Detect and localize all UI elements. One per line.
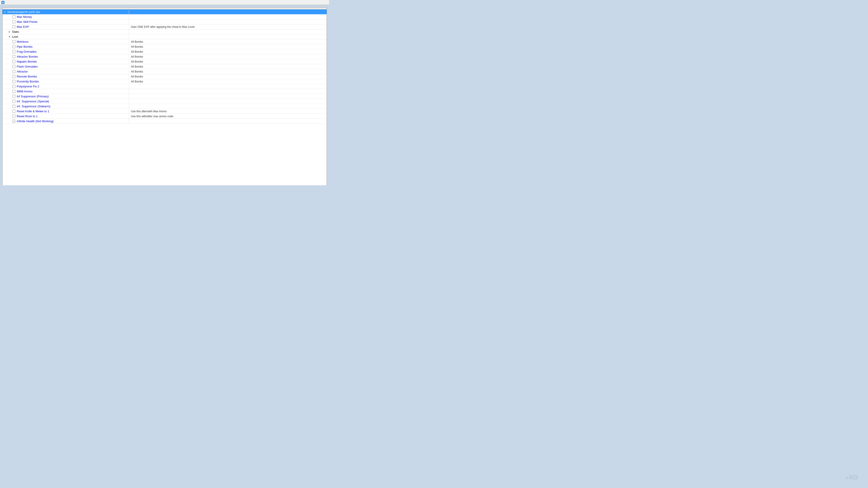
row-name-cell: ▼Loot:: [2, 35, 129, 39]
row-comment-cell: All Bombs: [129, 55, 327, 59]
row-comment-cell: Use this with/after max ammo code: [129, 114, 327, 119]
table-row[interactable]: ▼Loot:: [2, 34, 327, 39]
row-name-cell: Polystyrene Fix 2: [2, 84, 129, 89]
row-comment-cell: [129, 36, 327, 37]
item-checkbox[interactable]: [12, 40, 16, 43]
item-checkbox[interactable]: [12, 50, 16, 53]
row-comment-cell: All Bombs: [129, 50, 327, 54]
file-label: bendsavegame\.ps4\.sav: [7, 10, 40, 13]
row-comment-cell: [129, 91, 327, 92]
item-label: Inf Suppressor (Primary): [17, 95, 49, 98]
item-label: Molotovs: [17, 40, 29, 43]
item-label: Reset Rock to 1: [17, 115, 38, 118]
item-checkbox[interactable]: [12, 95, 16, 98]
item-checkbox[interactable]: [12, 120, 16, 123]
row-name-cell: Reset Rock to 1: [2, 114, 129, 119]
item-label: Inf. Suppressor (Sidearm): [17, 105, 51, 108]
item-label: Flash Grenades: [17, 65, 38, 68]
table-row[interactable]: MolotovsAll Bombs: [2, 39, 327, 44]
row-comment-cell: [129, 121, 327, 122]
row-name-cell: Inf. Suppressor (Special): [2, 99, 129, 103]
title-bar: Q: [0, 0, 329, 5]
item-checkbox[interactable]: [12, 115, 16, 118]
row-comment-cell: Use this after/with Max Ammo: [129, 109, 327, 113]
item-label: Max EXP: [17, 25, 29, 29]
collapse-icon[interactable]: ▼: [8, 35, 11, 38]
item-checkbox[interactable]: [12, 90, 16, 93]
table-row[interactable]: Inf Suppressor (Primary): [2, 94, 327, 99]
table-row[interactable]: ▼bendsavegame\.ps4\.sav: [2, 9, 327, 14]
item-label: Attractor: [17, 70, 28, 73]
table-row[interactable]: 9999 Ammo: [2, 89, 327, 94]
item-label: Polystyrene Fix 2: [17, 85, 39, 88]
item-checkbox[interactable]: [12, 65, 16, 68]
row-comment-cell: All Bombs: [129, 45, 327, 49]
item-checkbox[interactable]: [12, 55, 16, 58]
item-label: Inf. Suppressor (Special): [17, 100, 49, 103]
item-checkbox[interactable]: [12, 80, 16, 83]
row-comment-cell: All Bombs: [129, 74, 327, 78]
table-row[interactable]: Polystyrene Fix 2: [2, 84, 327, 89]
item-checkbox[interactable]: [12, 70, 16, 73]
row-comment-cell: Gain ONE EXP after applying the cheat to…: [129, 25, 327, 29]
row-name-cell: Max Skill Points: [2, 20, 129, 24]
item-label: Attractor Bombs: [17, 55, 38, 58]
item-label: Proximity Bombs: [17, 80, 39, 83]
row-name-cell: Inf. Suppressor (Sidearm): [2, 104, 129, 108]
table-row[interactable]: Flash GrenadesAll Bombs: [2, 64, 327, 69]
row-comment-cell: [129, 31, 327, 32]
row-name-cell: Reset Knife & Melee to 1: [2, 109, 129, 113]
item-checkbox[interactable]: [12, 60, 16, 63]
table-row[interactable]: Napalm BombsAll Bombs: [2, 59, 327, 64]
section-label: Stats:: [12, 30, 20, 33]
row-comment-cell: [129, 11, 327, 12]
table-row[interactable]: Frag GrenadesAll Bombs: [2, 49, 327, 54]
table-row[interactable]: Max Money: [2, 14, 327, 20]
item-label: Frag Grenades: [17, 50, 36, 53]
item-checkbox[interactable]: [12, 75, 16, 78]
item-checkbox[interactable]: [12, 20, 16, 23]
table-row[interactable]: Inf. Suppressor (Special): [2, 99, 327, 104]
app-icon: Q: [1, 1, 4, 4]
table-row[interactable]: Inf. Suppressor (Sidearm): [2, 104, 327, 109]
item-checkbox[interactable]: [12, 85, 16, 88]
table-row[interactable]: Proximity BombsAll Bombs: [2, 79, 327, 84]
row-name-cell: ▼bendsavegame\.ps4\.sav: [2, 10, 129, 14]
item-checkbox[interactable]: [12, 45, 16, 48]
row-comment-cell: [129, 106, 327, 107]
row-name-cell: Flash Grenades: [2, 64, 129, 69]
item-checkbox[interactable]: [12, 100, 16, 103]
row-name-cell: Proximity Bombs: [2, 79, 129, 84]
table-row[interactable]: ►Stats:: [2, 29, 327, 34]
item-label: 9999 Ammo: [17, 90, 32, 93]
table-row[interactable]: Reset Rock to 1Use this with/after max a…: [2, 114, 327, 119]
row-comment-cell: All Bombs: [129, 40, 327, 44]
item-checkbox[interactable]: [12, 15, 16, 18]
row-name-cell: Pipe Bombs: [2, 44, 129, 49]
item-checkbox[interactable]: [12, 110, 16, 113]
table-row[interactable]: Remote BombsAll Bombs: [2, 74, 327, 79]
expand-icon[interactable]: ►: [8, 30, 11, 33]
table-row[interactable]: Attractor BombsAll Bombs: [2, 54, 327, 59]
row-name-cell: Max Money: [2, 15, 129, 19]
col-comment-header: [129, 7, 327, 9]
table-row[interactable]: Pipe BombsAll Bombs: [2, 44, 327, 49]
row-name-cell: Inf Suppressor (Primary): [2, 94, 129, 98]
item-label: Infinite Health (Not Working): [17, 120, 54, 123]
table-row[interactable]: Reset Knife & Melee to 1Use this after/w…: [2, 109, 327, 114]
collapse-icon[interactable]: ▼: [3, 10, 6, 13]
row-comment-cell: [129, 101, 327, 102]
item-checkbox[interactable]: [12, 25, 16, 28]
row-name-cell: Napalm Bombs: [2, 59, 129, 64]
table-row[interactable]: Max Skill Points: [2, 20, 327, 24]
row-comment-cell: [129, 96, 327, 97]
table-row[interactable]: Infinite Health (Not Working): [2, 119, 327, 124]
item-label: Remote Bombs: [17, 75, 37, 78]
row-comment-cell: All Bombs: [129, 60, 327, 64]
row-name-cell: Max EXP: [2, 25, 129, 29]
main-container: ▼bendsavegame\.ps4\.savMax MoneyMax Skil…: [2, 7, 327, 185]
table-row[interactable]: Max EXPGain ONE EXP after applying the c…: [2, 24, 327, 29]
table-row[interactable]: AttractorAll Bombs: [2, 69, 327, 74]
item-checkbox[interactable]: [12, 105, 16, 108]
table-header: [2, 7, 327, 9]
